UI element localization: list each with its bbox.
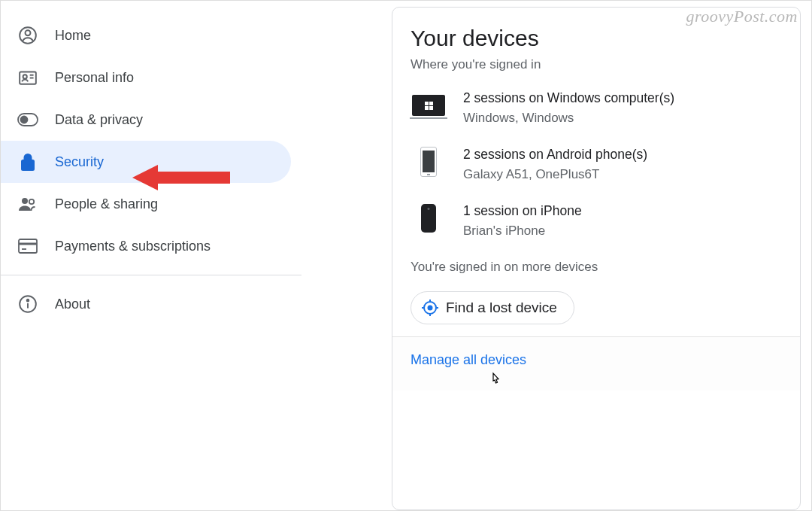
- device-title: 2 sessions on Windows computer(s): [463, 90, 674, 106]
- your-devices-card: Your devices Where you're signed in 2 se…: [392, 7, 801, 510]
- device-row-windows[interactable]: 2 sessions on Windows computer(s) Window…: [411, 90, 782, 126]
- svg-point-10: [22, 198, 28, 204]
- credit-card-icon: [17, 236, 38, 257]
- windows-monitor-icon: [411, 90, 447, 120]
- home-person-icon: [17, 25, 38, 46]
- find-lost-device-button[interactable]: Find a lost device: [411, 291, 574, 324]
- target-icon: [422, 300, 438, 316]
- svg-point-1: [26, 30, 31, 35]
- sidebar-item-label: People & sharing: [55, 196, 158, 212]
- cursor-pointer-icon: [489, 372, 502, 391]
- svg-point-7: [21, 117, 28, 123]
- watermark-text: groovyPost.com: [686, 7, 798, 26]
- device-subtitle: Brian's iPhone: [463, 224, 582, 239]
- device-row-iphone[interactable]: 1 session on iPhone Brian's iPhone: [411, 203, 782, 239]
- sidebar-item-about[interactable]: About: [1, 283, 291, 325]
- sidebar-item-label: Personal info: [55, 70, 134, 86]
- toggle-icon: [17, 109, 38, 130]
- svg-point-17: [27, 300, 29, 302]
- iphone-icon: [411, 203, 447, 233]
- android-phone-icon: [411, 147, 447, 177]
- svg-point-19: [428, 306, 433, 311]
- device-row-android[interactable]: 2 sessions on Android phone(s) Galaxy A5…: [411, 147, 782, 182]
- svg-rect-12: [19, 239, 37, 253]
- card-title: Your devices: [411, 26, 782, 51]
- device-subtitle: Windows, Windows: [463, 111, 674, 126]
- svg-marker-24: [132, 165, 230, 190]
- sidebar-item-label: Payments & subscriptions: [55, 239, 211, 254]
- sidebar-item-data-privacy[interactable]: Data & privacy: [1, 99, 291, 141]
- svg-rect-2: [20, 71, 36, 84]
- sidebar-item-label: Security: [55, 154, 104, 170]
- svg-point-3: [23, 75, 27, 78]
- sidebar-item-label: Home: [55, 28, 91, 44]
- sidebar-divider: [1, 275, 301, 275]
- svg-point-9: [26, 163, 29, 166]
- annotation-arrow-icon: [132, 162, 238, 196]
- sidebar-item-personal-info[interactable]: Personal info: [1, 56, 291, 99]
- card-subtitle: Where you're signed in: [411, 57, 782, 72]
- people-icon: [17, 193, 38, 214]
- device-title: 1 session on iPhone: [463, 203, 582, 219]
- sidebar-item-label: Data & privacy: [55, 112, 143, 128]
- card-footer: Manage all devices: [392, 336, 800, 391]
- id-card-icon: [17, 67, 38, 88]
- find-lost-device-label: Find a lost device: [446, 300, 557, 316]
- lock-icon: [17, 151, 38, 172]
- sidebar-item-label: About: [55, 297, 90, 312]
- device-title: 2 sessions on Android phone(s): [463, 147, 647, 163]
- device-subtitle: Galaxy A51, OnePlus6T: [463, 167, 647, 182]
- sidebar: Home Personal info Data &: [1, 1, 301, 510]
- manage-all-devices-link[interactable]: Manage all devices: [411, 352, 526, 367]
- svg-point-11: [29, 199, 34, 204]
- info-icon: [17, 294, 38, 315]
- more-devices-text: You're signed in on more devices: [411, 260, 782, 275]
- sidebar-item-payments[interactable]: Payments & subscriptions: [1, 225, 291, 267]
- sidebar-item-home[interactable]: Home: [1, 14, 291, 56]
